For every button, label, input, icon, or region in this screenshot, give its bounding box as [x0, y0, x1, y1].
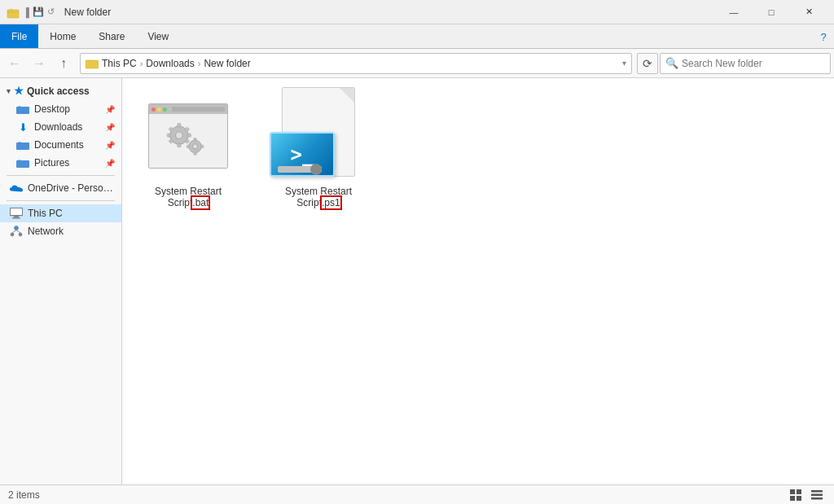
up-button[interactable]: ↑	[52, 52, 75, 75]
list-view-button[interactable]	[808, 486, 826, 504]
folder-desktop-icon	[16, 103, 29, 116]
svg-rect-16	[178, 124, 181, 127]
help-button[interactable]: ?	[813, 24, 834, 49]
tab-file[interactable]: File	[0, 24, 38, 48]
svg-rect-2	[16, 107, 29, 114]
svg-point-9	[15, 226, 19, 230]
undo-icon: ↺	[47, 7, 55, 17]
svg-rect-34	[811, 490, 823, 493]
sidebar-item-network[interactable]: Network	[0, 222, 121, 240]
ps1-file-ext: .ps1	[322, 197, 340, 208]
svg-rect-28	[200, 145, 203, 147]
close-button[interactable]: ✕	[790, 0, 827, 24]
bat-file-label: System Restart Script.bat	[135, 186, 241, 208]
file-item-bat[interactable]: System Restart Script.bat	[135, 91, 241, 208]
svg-rect-29	[187, 145, 189, 147]
sidebar-item-pictures[interactable]: Pictures 📌	[0, 154, 121, 172]
item-count: 2 items	[8, 489, 40, 501]
status-bar: 2 items	[0, 484, 834, 504]
svg-rect-26	[194, 138, 196, 141]
search-bar[interactable]: 🔍	[660, 53, 831, 74]
svg-rect-18	[187, 134, 191, 137]
svg-rect-30	[790, 489, 795, 494]
sidebar-desktop-label: Desktop	[34, 103, 99, 115]
svg-point-11	[19, 233, 22, 236]
address-bar[interactable]: This PC › Downloads › New folder ▾	[80, 53, 632, 74]
titlebar-title: New folder	[64, 7, 111, 18]
sidebar-documents-label: Documents	[34, 139, 99, 151]
sidebar-network-label: Network	[28, 226, 115, 237]
file-item-ps1[interactable]: >_ System Restart Script.ps1	[266, 91, 371, 208]
folder-pictures-icon	[16, 156, 29, 169]
download-icon: ⬇	[16, 121, 29, 134]
svg-line-12	[12, 230, 16, 234]
bat-file-ext: .bat	[192, 197, 208, 208]
svg-rect-27	[194, 152, 196, 155]
address-dropdown[interactable]: ▾	[622, 59, 626, 68]
sidebar-item-documents[interactable]: Documents 📌	[0, 136, 121, 154]
pin-icon-downloads: 📌	[105, 123, 115, 132]
forward-button[interactable]: →	[28, 52, 50, 75]
grid-view-button[interactable]	[787, 486, 805, 504]
sidebar-item-downloads[interactable]: ⬇ Downloads 📌	[0, 118, 121, 136]
folder-icon	[86, 58, 99, 69]
svg-rect-7	[14, 216, 19, 217]
tab-view[interactable]: View	[136, 24, 180, 48]
sidebar-downloads-label: Downloads	[34, 121, 99, 133]
ps1-file-name: System Restart Script	[285, 186, 352, 208]
svg-rect-8	[12, 217, 20, 219]
svg-rect-4	[16, 160, 29, 168]
main-layout: ▾ ★ Quick access Desktop 📌 ⬇ Downloads 📌	[0, 78, 834, 484]
minimize-button[interactable]: —	[715, 0, 753, 24]
file-area: System Restart Script.bat >_	[122, 78, 834, 484]
sidebar-item-thispc[interactable]: This PC	[0, 204, 121, 222]
sidebar-onedrive-label: OneDrive - Personal	[28, 182, 115, 194]
bat-file-icon	[148, 103, 228, 169]
pin-icon-documents: 📌	[105, 141, 115, 150]
pin-icon-pictures: 📌	[105, 159, 115, 168]
addr-newfolder[interactable]: New folder	[204, 58, 250, 69]
quick-access-icon: ▐	[23, 7, 29, 17]
search-icon: 🔍	[665, 57, 678, 69]
window-controls: — □ ✕	[715, 0, 827, 24]
tab-home[interactable]: Home	[38, 24, 87, 48]
gears-svg	[164, 119, 213, 163]
addr-downloads[interactable]: Downloads	[146, 58, 194, 69]
ps1-file-label: System Restart Script.ps1	[266, 186, 371, 208]
title-bar: ▐ 💾 ↺ New folder — □ ✕	[0, 0, 834, 24]
addr-thispc[interactable]: This PC	[102, 58, 137, 69]
svg-point-15	[176, 132, 183, 139]
network-icon	[10, 225, 23, 238]
onedrive-icon	[10, 182, 23, 195]
maximize-button[interactable]: □	[753, 0, 790, 24]
ps1-file-icon-wrapper: >_	[270, 91, 367, 181]
sidebar-divider-1	[7, 175, 115, 176]
pin-icon-desktop: 📌	[105, 105, 115, 114]
app-icon	[7, 6, 20, 19]
svg-rect-33	[797, 496, 801, 501]
bat-file-icon-wrapper	[139, 91, 237, 181]
svg-rect-36	[811, 497, 823, 500]
ps1-file-icon: >_	[274, 87, 363, 185]
svg-rect-32	[790, 496, 795, 501]
svg-line-13	[16, 230, 20, 234]
bat-file-name: System Restart Script	[155, 186, 222, 208]
folder-documents-icon	[16, 138, 29, 151]
svg-point-10	[11, 233, 14, 236]
quick-access-header[interactable]: ▾ ★ Quick access	[0, 81, 121, 100]
svg-rect-31	[797, 489, 801, 494]
sidebar-thispc-label: This PC	[28, 208, 115, 219]
ribbon: File Home Share View ?	[0, 24, 834, 49]
view-toggle	[787, 486, 826, 504]
svg-rect-17	[178, 143, 181, 147]
sidebar-item-desktop[interactable]: Desktop 📌	[0, 100, 121, 118]
search-input[interactable]	[682, 58, 825, 69]
tab-share[interactable]: Share	[87, 24, 136, 48]
titlebar-left: ▐ 💾 ↺ New folder	[7, 6, 111, 19]
back-button[interactable]: ←	[3, 52, 26, 75]
refresh-button[interactable]: ⟳	[637, 53, 658, 74]
quick-access-label: Quick access	[27, 85, 90, 97]
thispc-icon	[10, 207, 23, 220]
sidebar: ▾ ★ Quick access Desktop 📌 ⬇ Downloads 📌	[0, 78, 122, 484]
sidebar-item-onedrive[interactable]: OneDrive - Personal	[0, 179, 121, 197]
